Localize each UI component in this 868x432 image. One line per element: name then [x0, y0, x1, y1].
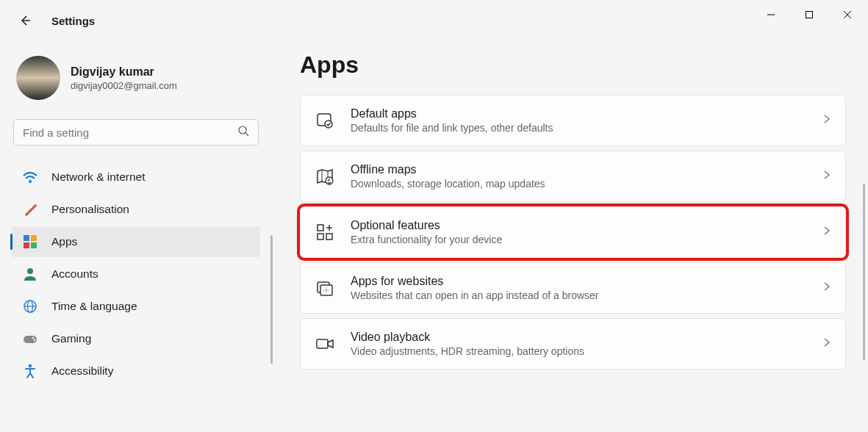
card-optional-features[interactable]: Optional features Extra functionality fo…	[300, 206, 846, 258]
sidebar-item-network[interactable]: Network & internet	[12, 162, 260, 192]
sidebar-item-personalisation[interactable]: Personalisation	[12, 194, 260, 225]
card-title: Default apps	[351, 107, 807, 120]
nav-label: Apps	[51, 235, 77, 248]
card-title: Apps for websites	[351, 275, 807, 288]
card-title: Video playback	[351, 331, 807, 344]
sidebar-item-apps[interactable]: Apps	[12, 226, 260, 257]
sidebar-item-time-language[interactable]: Time & language	[12, 291, 260, 322]
video-icon	[315, 334, 334, 353]
app-title: Settings	[51, 15, 95, 27]
card-sub: Defaults for file and link types, other …	[351, 122, 807, 134]
svg-line-6	[245, 133, 248, 136]
svg-point-18	[34, 339, 35, 341]
back-button[interactable]	[18, 13, 32, 28]
default-apps-icon	[315, 111, 334, 130]
window-titlebar	[0, 0, 868, 29]
cards-list: Default apps Defaults for file and link …	[300, 95, 846, 370]
chevron-right-icon	[823, 114, 831, 127]
card-default-apps[interactable]: Default apps Defaults for file and link …	[300, 95, 846, 146]
header: Settings	[18, 13, 95, 28]
svg-rect-32	[317, 339, 328, 348]
card-offline-maps[interactable]: Offline maps Downloads, storage location…	[300, 151, 846, 202]
nav-label: Time & language	[51, 300, 137, 313]
optional-features-icon	[315, 223, 334, 242]
content: Apps Default apps Defaults for file and …	[300, 51, 846, 432]
card-sub: Downloads, storage location, map updates	[351, 178, 807, 190]
card-sub: Video adjustments, HDR streaming, batter…	[351, 345, 807, 357]
sidebar-scrollbar[interactable]	[270, 235, 273, 364]
card-video-playback[interactable]: Video playback Video adjustments, HDR st…	[300, 318, 846, 370]
brush-icon	[22, 201, 38, 217]
svg-rect-1	[806, 12, 813, 18]
minimize-button[interactable]	[756, 3, 786, 26]
svg-point-5	[239, 126, 246, 134]
svg-point-17	[32, 337, 34, 339]
globe-clock-icon	[22, 298, 38, 314]
svg-rect-8	[24, 235, 29, 241]
close-button[interactable]	[833, 3, 862, 26]
card-sub: Websites that can open in an app instead…	[351, 289, 807, 301]
map-icon	[315, 167, 334, 186]
nav-label: Accounts	[51, 267, 98, 281]
nav-label: Accessibility	[51, 364, 113, 378]
svg-rect-10	[24, 242, 29, 248]
svg-point-12	[27, 268, 33, 274]
profile[interactable]: Digvijay kumar digvijay0002@gmail.com	[12, 51, 260, 119]
chevron-right-icon	[823, 337, 831, 350]
search-box[interactable]	[13, 119, 259, 145]
search-icon	[237, 125, 249, 140]
card-sub: Extra functionality for your device	[351, 234, 807, 245]
card-title: Optional features	[351, 219, 807, 232]
wifi-icon	[22, 169, 38, 185]
sidebar-item-accounts[interactable]: Accounts	[12, 259, 260, 289]
card-title: Offline maps	[351, 163, 807, 176]
maximize-button[interactable]	[795, 3, 824, 26]
card-apps-for-websites[interactable]: Apps for websites Websites that can open…	[300, 262, 846, 314]
svg-rect-9	[31, 235, 37, 241]
apps-icon	[22, 234, 38, 250]
svg-rect-27	[326, 234, 332, 240]
nav-list: Network & internet Personalisation Apps …	[12, 162, 260, 386]
svg-point-19	[29, 364, 32, 367]
person-icon	[22, 266, 38, 282]
svg-point-21	[325, 120, 332, 128]
content-scrollbar[interactable]	[863, 184, 865, 360]
chevron-right-icon	[823, 226, 831, 239]
apps-websites-icon	[315, 278, 334, 298]
sidebar-item-accessibility[interactable]: Accessibility	[12, 356, 260, 386]
page-title: Apps	[300, 51, 846, 79]
nav-label: Gaming	[51, 332, 91, 345]
chevron-right-icon	[823, 170, 831, 183]
svg-rect-25	[318, 225, 323, 231]
svg-rect-11	[31, 242, 37, 248]
nav-label: Network & internet	[51, 170, 146, 184]
avatar	[16, 56, 60, 100]
search-input[interactable]	[23, 126, 237, 139]
chevron-right-icon	[823, 281, 831, 295]
sidebar-item-gaming[interactable]: Gaming	[12, 323, 260, 354]
svg-rect-26	[318, 234, 323, 240]
profile-name: Digvijay kumar	[71, 65, 177, 79]
accessibility-icon	[22, 363, 38, 379]
nav-label: Personalisation	[51, 203, 129, 216]
sidebar: Digvijay kumar digvijay0002@gmail.com Ne…	[0, 51, 272, 386]
profile-email: digvijay0002@gmail.com	[71, 80, 177, 91]
svg-point-7	[29, 180, 32, 183]
gamepad-icon	[22, 331, 38, 347]
